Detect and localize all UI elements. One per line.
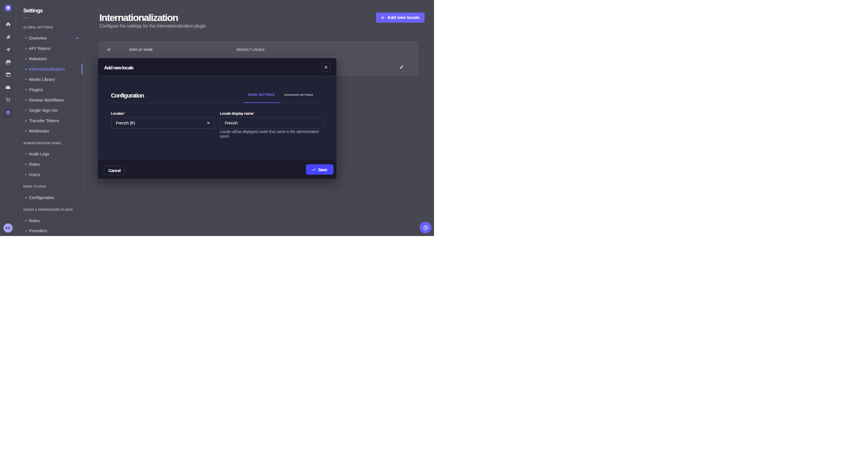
svg-text:?: ?	[425, 226, 426, 229]
